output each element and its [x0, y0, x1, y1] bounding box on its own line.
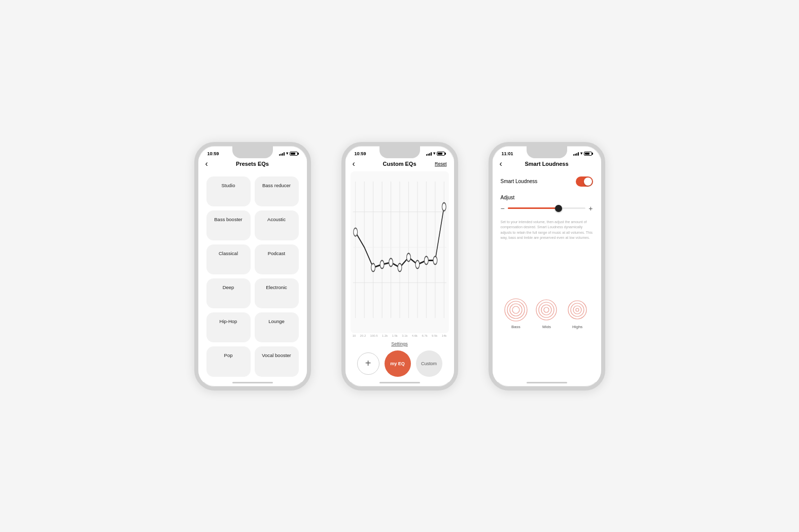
phone-custom-eq: 10:59 ▾ ‹ Custom EQs Reset	[341, 142, 458, 391]
preset-button[interactable]: Bass booster	[206, 210, 251, 240]
home-indicator-1	[232, 382, 273, 383]
phone-presets-eq: 10:59 ▾ ‹ Presets EQs StudioBass reducer…	[194, 142, 311, 391]
screen-1: ‹ Presets EQs StudioBass reducerBass boo…	[198, 157, 307, 382]
preset-button[interactable]: Deep	[206, 278, 251, 308]
presets-grid: StudioBass reducerBass boosterAcousticCl…	[198, 171, 307, 382]
smart-loudness-toggle[interactable]	[576, 176, 593, 187]
preset-button[interactable]: Acoustic	[255, 210, 299, 240]
circle-item: Highs	[565, 297, 590, 329]
my-eq-button[interactable]: my EQ	[385, 350, 411, 377]
adjust-label: Adjust	[501, 195, 593, 200]
svg-point-17	[389, 258, 393, 266]
screen-2: ‹ Custom EQs Reset	[345, 157, 454, 382]
eq-freq-label: 20.2	[360, 334, 366, 337]
time-1: 10:59	[207, 151, 219, 156]
status-icons-3: ▾	[573, 151, 592, 156]
circle-label: Bass	[511, 325, 520, 329]
nav-bar-1: ‹ Presets EQs	[198, 157, 307, 171]
slider-minus-icon[interactable]: −	[501, 204, 505, 212]
circles-area: BassMidsHighs	[493, 245, 601, 382]
eq-freq-label: 9.5k	[432, 334, 437, 337]
slider-thumb	[555, 205, 562, 212]
signal-icon-3	[573, 152, 579, 156]
svg-point-26	[510, 304, 522, 316]
time-3: 11:01	[502, 151, 513, 156]
preset-button[interactable]: Electronic	[255, 278, 299, 308]
status-icons-1: ▾	[279, 151, 298, 156]
settings-link[interactable]: Settings	[391, 341, 408, 346]
slider-plus-icon[interactable]: +	[588, 204, 593, 212]
eq-freq-label: 1.5k	[392, 334, 398, 337]
wifi-icon-2: ▾	[433, 151, 435, 156]
add-eq-button[interactable]: +	[357, 352, 379, 375]
concentric-circles-svg	[565, 297, 590, 323]
preset-button[interactable]: Vocal booster	[255, 346, 299, 376]
eq-freq-label: 6.7k	[422, 334, 427, 337]
battery-icon-1	[290, 152, 298, 156]
svg-point-35	[576, 308, 579, 311]
page-title-1: Presets EQs	[236, 161, 269, 167]
eq-frequency-labels: 1020.2100.51.2k1.5k3.1k4.6k6.7k9.5k14k	[345, 333, 454, 338]
custom-eq-button[interactable]: Custom	[416, 350, 442, 377]
circle-label: Mids	[542, 325, 551, 329]
reset-button[interactable]: Reset	[435, 161, 447, 166]
preset-button[interactable]: Studio	[206, 176, 251, 206]
nav-bar-3: ‹ Smart Loudness	[493, 157, 601, 171]
preset-button[interactable]: Hip-Hop	[206, 312, 251, 342]
svg-point-22	[433, 256, 437, 264]
home-indicator-2	[379, 382, 420, 383]
svg-point-21	[424, 256, 428, 264]
eq-chart[interactable]	[351, 171, 449, 333]
status-bar-3: 11:01 ▾	[493, 146, 601, 157]
circle-label: Highs	[572, 325, 582, 329]
eq-buttons: + my EQ Custom	[357, 350, 442, 377]
eq-freq-label: 100.5	[370, 334, 378, 337]
status-bar-1: 10:59 ▾	[198, 146, 307, 157]
back-button-2[interactable]: ‹	[353, 159, 355, 168]
svg-point-31	[544, 307, 549, 312]
eq-svg	[351, 171, 449, 333]
home-indicator-3	[527, 382, 567, 383]
loudness-slider-track[interactable]	[508, 207, 586, 209]
eq-freq-label: 10	[353, 334, 356, 337]
concentric-circles-svg	[534, 297, 559, 323]
time-2: 10:59	[355, 151, 366, 156]
screen-3: ‹ Smart Loudness Smart Loudness Adjust −…	[493, 157, 601, 382]
description-text: Set to your intended volume, then adjust…	[493, 217, 601, 245]
back-button-3[interactable]: ‹	[500, 159, 502, 168]
preset-button[interactable]: Podcast	[255, 244, 299, 274]
concentric-circles-svg	[503, 297, 529, 323]
back-button-1[interactable]: ‹	[205, 159, 208, 168]
preset-button[interactable]: Classical	[206, 244, 251, 274]
svg-point-15	[371, 263, 375, 271]
svg-point-33	[571, 303, 584, 316]
svg-point-24	[505, 299, 527, 321]
preset-button[interactable]: Lounge	[255, 312, 299, 342]
battery-icon-2	[437, 152, 445, 156]
svg-point-16	[380, 260, 384, 268]
signal-icon-1	[279, 152, 285, 156]
scene: 10:59 ▾ ‹ Presets EQs StudioBass reducer…	[174, 122, 626, 411]
eq-freq-label: 3.1k	[402, 334, 407, 337]
svg-point-34	[573, 306, 581, 314]
preset-button[interactable]: Pop	[206, 346, 251, 376]
nav-bar-2: ‹ Custom EQs Reset	[345, 157, 454, 171]
svg-point-30	[541, 305, 551, 315]
status-icons-2: ▾	[426, 151, 445, 156]
signal-icon-2	[426, 152, 432, 156]
wifi-icon-1: ▾	[286, 151, 288, 156]
adjust-section: Adjust − +	[493, 192, 601, 217]
circle-item: Mids	[534, 297, 559, 329]
svg-point-18	[398, 263, 402, 271]
svg-point-28	[536, 300, 557, 320]
svg-point-20	[415, 260, 420, 268]
status-bar-2: 10:59 ▾	[345, 146, 454, 157]
smart-loudness-label: Smart Loudness	[501, 179, 538, 184]
wifi-icon-3: ▾	[580, 151, 582, 156]
eq-freq-label: 4.6k	[412, 334, 418, 337]
eq-freq-label: 14k	[442, 334, 447, 337]
phone-smart-loudness: 11:01 ▾ ‹ Smart Loudness Smart L	[489, 142, 605, 391]
circle-item: Bass	[503, 297, 529, 329]
preset-button[interactable]: Bass reducer	[255, 176, 299, 206]
toggle-thumb	[584, 178, 592, 186]
